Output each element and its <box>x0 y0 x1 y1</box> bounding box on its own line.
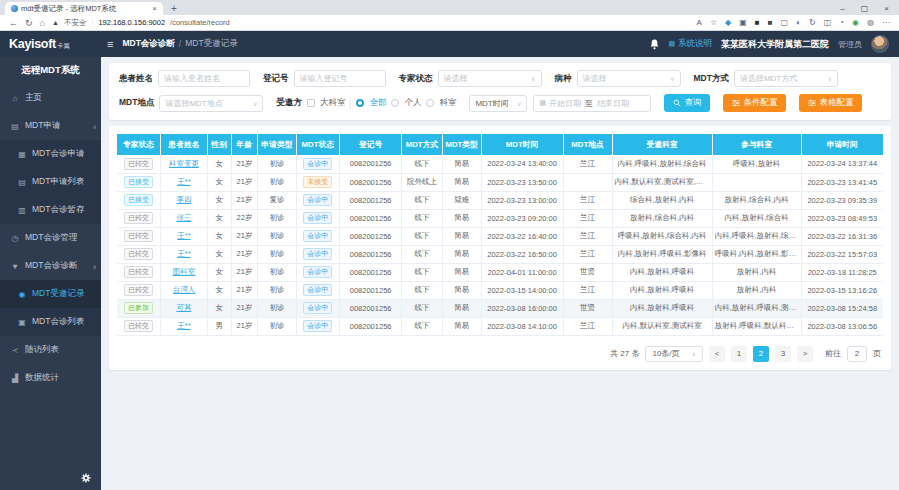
sidebar-item-mdt-manage[interactable]: ◷MDT会诊管理 <box>0 224 101 252</box>
patient-name-link[interactable]: 王** <box>177 249 190 258</box>
patient-name-link[interactable]: 可其 <box>176 303 191 312</box>
browser-essentials-icon[interactable]: ◔ <box>839 18 844 27</box>
sidebar-item-apply-draft[interactable]: ▥MDT会诊暂存 <box>0 196 101 224</box>
text-size-icon[interactable]: A <box>697 18 702 27</box>
sidebar-item-apply-form[interactable]: ▦MDT会诊申请 <box>0 140 101 168</box>
extension-m-icon[interactable]: ■ <box>755 18 760 27</box>
invited-depts-cell: 内科,呼吸科,放射科,综合科 <box>612 155 712 173</box>
time-type-select[interactable]: MDT时间∨ <box>469 95 527 112</box>
mdt-location-cell: 兰江 <box>563 317 612 335</box>
table-config-button[interactable]: 表格配置 <box>799 94 862 112</box>
profile-icon[interactable]: ◍ <box>867 18 874 27</box>
apply-time-cell: 2022-03-24 13:37:44 <box>801 155 883 173</box>
sync-icon[interactable]: ↻ <box>809 18 816 27</box>
close-window-icon[interactable]: × <box>884 4 889 13</box>
page-button-2[interactable]: 2 <box>753 346 769 362</box>
bell-icon[interactable] <box>650 39 659 50</box>
search-button[interactable]: 查询 <box>664 94 710 112</box>
sidebar-item-label: MDT会诊申请 <box>32 148 84 160</box>
media-icon[interactable]: ◐ <box>796 18 801 27</box>
close-tab-icon[interactable]: × <box>152 4 157 13</box>
patient-name-link[interactable]: 王** <box>177 231 190 240</box>
wallet-icon[interactable]: ◉ <box>852 18 859 27</box>
home-icon[interactable]: ⌂ <box>40 18 45 28</box>
sidebar-item-mdt-diagnosis[interactable]: ♥MDT会诊诊断∧ <box>0 252 101 280</box>
more-icon[interactable]: ⋯ <box>882 18 890 27</box>
sidebar-item-home[interactable]: ⌂主页 <box>0 84 101 112</box>
favicon-icon <box>11 5 18 12</box>
big-dept-checkbox-label[interactable]: 大科室 <box>320 97 346 109</box>
prev-page-button[interactable]: < <box>709 346 725 362</box>
sidebar-item-consult-list[interactable]: ▣MDT会诊列表 <box>0 308 101 336</box>
sidebar-item-label: 数据统计 <box>25 372 59 384</box>
radio-all[interactable] <box>356 99 364 107</box>
sidebar-item-label: MDT申请列表 <box>32 176 84 188</box>
screenshot-icon[interactable]: ▢ <box>781 18 789 27</box>
radio-personal[interactable] <box>391 99 399 107</box>
mdt-type-cell: 简易 <box>442 155 481 173</box>
joined-depts-cell: 放射科,呼吸科,默认科室,测... <box>712 317 801 335</box>
page-size-select[interactable]: 10条/页∨ <box>645 346 703 362</box>
mdt-time-cell: 2022-04-01 11:00:00 <box>481 263 563 281</box>
next-page-button[interactable]: > <box>797 346 813 362</box>
sidebar-item-follow-up[interactable]: ≺随访列表 <box>0 336 101 364</box>
age-cell: 21岁 <box>231 245 258 263</box>
expert-status-select[interactable]: 请选择∨ <box>438 70 542 87</box>
invited-depts-cell: 内科,放射科,呼吸科,影像科 <box>612 245 712 263</box>
maximize-window-icon[interactable]: ▢ <box>861 4 869 13</box>
record-table-body: 已转交科室变更女21岁初诊会诊中0082001256线下简易2022-03-24… <box>117 155 883 335</box>
sidebar-item-statistics[interactable]: ▟数据统计 <box>0 364 101 392</box>
collections-icon[interactable]: ▣ <box>739 18 747 27</box>
sidebar-item-invite-record[interactable]: ◉MDT受邀记录 <box>0 280 101 308</box>
patient-name-link[interactable]: 王** <box>177 321 190 330</box>
radio-dept-label[interactable]: 科室 <box>439 97 456 109</box>
sidebar-item-mdt-apply[interactable]: ▤MDT申请∧ <box>0 112 101 140</box>
radio-personal-label[interactable]: 个人 <box>404 97 421 109</box>
condition-config-button[interactable]: 条件配置 <box>723 94 786 112</box>
patient-name-input[interactable]: 请输入患者姓名 <box>158 70 250 87</box>
page-button-1[interactable]: 1 <box>731 346 747 362</box>
big-dept-checkbox[interactable] <box>307 99 315 107</box>
sidebar-item-apply-list[interactable]: ▤MDT申请列表 <box>0 168 101 196</box>
register-no-cell: 0082001256 <box>340 191 402 209</box>
mdt-location-select[interactable]: 请选择MDT地点∨ <box>159 95 263 112</box>
patient-name-link[interactable]: 台湾人 <box>173 285 196 294</box>
patient-name-link[interactable]: 图科室 <box>173 267 196 276</box>
new-tab-button[interactable]: + <box>171 3 177 15</box>
system-note-label: 系统说明 <box>678 38 712 50</box>
gear-icon[interactable] <box>81 473 91 483</box>
mdt-status-tag: 会诊中 <box>303 248 332 261</box>
radio-all-label[interactable]: 全部 <box>369 97 386 109</box>
system-note-link[interactable]: ▤ 系统说明 <box>668 38 712 50</box>
list-icon: ▤ <box>17 178 27 187</box>
avatar[interactable] <box>871 35 889 53</box>
patient-name-label: 患者姓名 <box>119 73 153 85</box>
page-button-3[interactable]: 3 <box>775 346 791 362</box>
minimize-window-icon[interactable]: – <box>840 4 844 13</box>
mdt-status-tag: 未接受 <box>303 176 332 189</box>
patient-name-link[interactable]: 李四 <box>176 195 191 204</box>
patient-name-link[interactable]: 王** <box>177 177 190 186</box>
date-range-picker[interactable]: ▦ 开始日期 至 结束日期 <box>533 95 651 112</box>
column-header: MDT方式 <box>402 134 443 155</box>
logo-text: Kayisoft <box>9 37 56 51</box>
collapse-menu-icon[interactable]: ≡ <box>107 38 113 50</box>
split-screen-icon[interactable]: ◫ <box>824 18 832 27</box>
favorites-star-icon[interactable]: ☆ <box>710 18 717 27</box>
url-field[interactable]: ▲ 不安全 | 192.168.0.156:9002/consultate/re… <box>52 18 690 28</box>
patient-name-link[interactable]: 张三 <box>176 213 191 222</box>
apply-time-cell: 2022-03-08 15:24:58 <box>801 299 883 317</box>
extension-colored-icon[interactable]: ◆ <box>725 18 731 27</box>
table-row: 已转交王**男21岁初诊会诊中0082001256线下简易2022-03-08 … <box>117 317 883 335</box>
disease-select[interactable]: 请选择∨ <box>577 70 681 87</box>
radio-dept[interactable] <box>426 99 434 107</box>
patient-name-link[interactable]: 科室变更 <box>169 159 199 168</box>
goto-page-input[interactable]: 2 <box>847 346 867 362</box>
extension-dark-icon[interactable]: ■ <box>768 18 773 27</box>
refresh-icon[interactable]: ↻ <box>25 18 33 28</box>
mdt-method-select[interactable]: 请选择MDT方式∨ <box>734 70 838 87</box>
browser-tab[interactable]: mdt受邀记录 - 远程MDT系统 × <box>5 2 163 15</box>
register-no-input[interactable]: 请输入登记号 <box>294 70 386 87</box>
chevron-down-icon: ∨ <box>513 100 521 107</box>
back-icon[interactable]: ← <box>9 18 18 28</box>
